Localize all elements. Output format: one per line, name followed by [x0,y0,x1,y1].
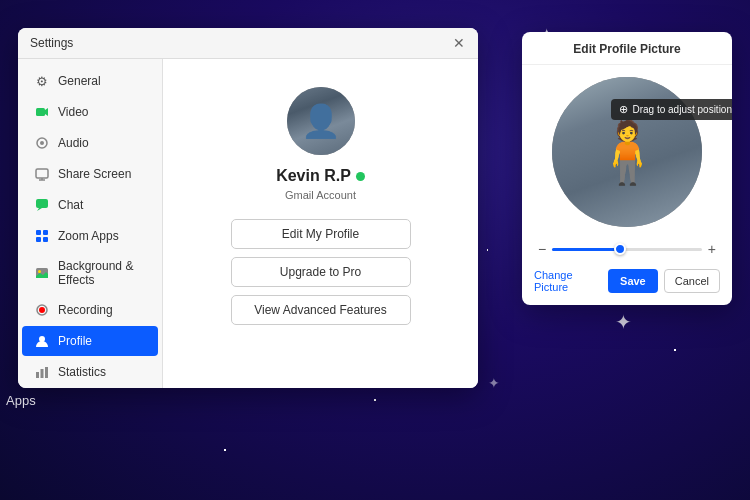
edit-profile-button[interactable]: Edit My Profile [231,219,411,249]
sidebar-item-chat[interactable]: Chat [22,190,158,220]
sidebar-item-profile[interactable]: Profile [22,326,158,356]
user-name: Kevin R.P [276,167,365,185]
sidebar-item-general[interactable]: ⚙ General [22,66,158,96]
edit-dialog-title: Edit Profile Picture [522,32,732,65]
window-title: Settings [30,36,73,50]
sidebar-item-background[interactable]: Background & Effects [22,252,158,294]
svg-marker-8 [37,208,42,211]
upgrade-pro-button[interactable]: Upgrade to Pro [231,257,411,287]
sidebar-label-zoom-apps: Zoom Apps [58,229,119,243]
general-icon: ⚙ [34,73,50,89]
sidebar-label-share-screen: Share Screen [58,167,131,181]
svg-point-16 [39,307,45,313]
sidebar-item-share-screen[interactable]: Share Screen [22,159,158,189]
drag-tooltip: Drag to adjust position [611,99,732,120]
svg-rect-4 [36,169,48,178]
dialog-buttons: Save Cancel [608,269,720,293]
sidebar-item-audio[interactable]: Audio [22,128,158,158]
sidebar-label-video: Video [58,105,88,119]
sidebar-label-chat: Chat [58,198,83,212]
svg-point-14 [38,270,41,273]
sparkle-3: ✦ [615,310,632,334]
cancel-button[interactable]: Cancel [664,269,720,293]
zoom-slider-thumb[interactable] [614,243,626,255]
avatar-photo [287,87,355,155]
svg-marker-1 [45,108,48,116]
recording-icon [34,302,50,318]
sidebar-label-profile: Profile [58,334,92,348]
svg-rect-18 [36,372,39,378]
background-icon [34,265,50,281]
sidebar-item-statistics[interactable]: Statistics [22,357,158,387]
zoom-slider[interactable] [552,248,702,251]
svg-rect-19 [41,369,44,378]
online-indicator [356,172,365,181]
svg-rect-11 [36,237,41,242]
user-email: Gmail Account [285,189,356,201]
svg-point-3 [40,141,44,145]
sidebar-label-audio: Audio [58,136,89,150]
svg-rect-0 [36,108,45,116]
edit-dialog-actions: Change Picture Save Cancel [522,263,732,305]
sidebar-label-general: General [58,74,101,88]
profile-main-content: Kevin R.P Gmail Account Edit My Profile … [163,59,478,388]
svg-rect-9 [36,230,41,235]
edit-profile-dialog: Edit Profile Picture Drag to adjust posi… [522,32,732,305]
change-picture-link[interactable]: Change Picture [534,269,608,293]
close-button[interactable]: ✕ [452,36,466,50]
sparkle-4: ✦ [488,375,500,391]
sidebar-label-recording: Recording [58,303,113,317]
settings-window: Settings ✕ ⚙ General Video Audio [18,28,478,388]
zoom-plus-button[interactable]: + [708,241,716,257]
sidebar-item-video[interactable]: Video [22,97,158,127]
apps-label: Apps [6,393,36,408]
profile-icon [34,333,50,349]
audio-icon [34,135,50,151]
svg-rect-7 [36,199,48,208]
svg-rect-20 [45,367,48,378]
sidebar-item-zoom-apps[interactable]: Zoom Apps [22,221,158,251]
svg-rect-10 [43,230,48,235]
avatar [287,87,355,155]
sidebar-item-recording[interactable]: Recording [22,295,158,325]
video-icon [34,104,50,120]
share-screen-icon [34,166,50,182]
sidebar: ⚙ General Video Audio Share Screen [18,59,163,388]
chat-icon [34,197,50,213]
statistics-icon [34,364,50,380]
zoom-minus-button[interactable]: − [538,241,546,257]
sidebar-label-background: Background & Effects [58,259,146,287]
svg-rect-12 [43,237,48,242]
zoom-slider-container: − + [522,231,732,263]
sidebar-label-statistics: Statistics [58,365,106,379]
zoom-apps-icon [34,228,50,244]
title-bar: Settings ✕ [18,28,478,59]
settings-body: ⚙ General Video Audio Share Screen [18,59,478,388]
advanced-features-button[interactable]: View Advanced Features [231,295,411,325]
zoom-slider-fill [552,248,619,251]
save-button[interactable]: Save [608,269,658,293]
